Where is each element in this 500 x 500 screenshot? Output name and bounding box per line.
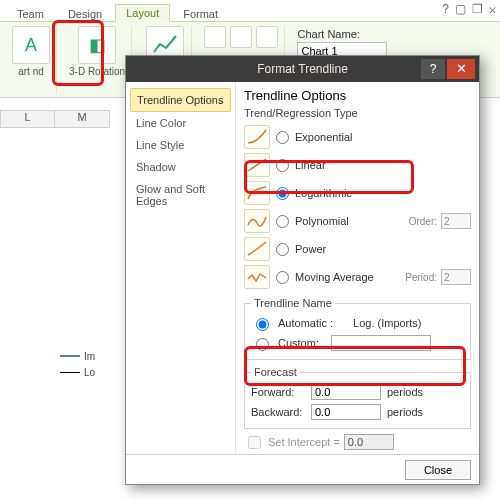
- forecast-legend: Forecast: [251, 366, 300, 378]
- close-icon[interactable]: ⨉: [489, 2, 496, 16]
- legend-item-2: Lo: [84, 367, 95, 378]
- forward-units: periods: [387, 386, 423, 398]
- restore-icon[interactable]: ❐: [472, 2, 483, 16]
- format-trendline-dialog: Format Trendline ? ✕ Trendline Options L…: [125, 55, 480, 485]
- opt-polynomial[interactable]: Polynomial Order:2: [244, 207, 471, 235]
- power-icon: [244, 237, 270, 261]
- wordart-label: art nd: [18, 66, 44, 77]
- dialog-help-button[interactable]: ?: [421, 59, 445, 79]
- error-bars-icon[interactable]: [256, 26, 278, 48]
- forward-input[interactable]: [311, 384, 381, 400]
- set-intercept-input: [344, 434, 394, 450]
- tab-design[interactable]: Design: [57, 5, 113, 22]
- opt-exponential[interactable]: Exponential: [244, 123, 471, 151]
- backward-label: Backward:: [251, 406, 305, 418]
- chart-legend: Im Lo: [60, 348, 95, 380]
- legend-item-1: Im: [84, 351, 95, 362]
- period-label: Period:: [405, 272, 437, 283]
- ribbon-group-rotation: ◧ 3-D Rotation: [63, 26, 132, 94]
- name-auto-value: Log. (Imports): [353, 317, 421, 329]
- chk-set-intercept: [248, 436, 261, 449]
- wordart-icon[interactable]: A: [12, 26, 50, 64]
- side-item-line-style[interactable]: Line Style: [130, 134, 231, 156]
- dialog-titlebar: Format Trendline ? ✕: [126, 56, 479, 82]
- opt-power[interactable]: Power: [244, 235, 471, 263]
- side-item-trendline-options[interactable]: Trendline Options: [130, 88, 231, 112]
- label-logarithmic: Logarithmic: [295, 187, 352, 199]
- name-custom-label: Custom:: [278, 337, 319, 349]
- moving-average-icon: [244, 265, 270, 289]
- regression-type-options: Exponential Linear Logarithmic Polynomia…: [244, 123, 471, 291]
- label-exponential: Exponential: [295, 131, 353, 143]
- close-button[interactable]: Close: [405, 460, 471, 480]
- exponential-icon: [244, 125, 270, 149]
- linear-icon: [244, 153, 270, 177]
- opt-linear[interactable]: Linear: [244, 151, 471, 179]
- dialog-panel: Trendline Options Trend/Regression Type …: [236, 82, 479, 454]
- ribbon-tabs: Team Design Layout Format: [0, 0, 500, 22]
- radio-exponential[interactable]: [276, 131, 289, 144]
- side-item-line-color[interactable]: Line Color: [130, 112, 231, 134]
- dialog-footer: Close: [126, 454, 479, 484]
- name-custom-input[interactable]: [331, 335, 431, 351]
- backward-input[interactable]: [311, 404, 381, 420]
- radio-moving-average[interactable]: [276, 271, 289, 284]
- backward-units: periods: [387, 406, 423, 418]
- spreadsheet-area: L M: [0, 110, 110, 128]
- forecast-group: Forecast Forward: periods Backward: peri…: [244, 366, 471, 429]
- order-spinner[interactable]: 2: [441, 213, 471, 229]
- label-linear: Linear: [295, 159, 326, 171]
- dialog-close-button[interactable]: ✕: [447, 59, 475, 79]
- dialog-side-menu: Trendline Options Line Color Line Style …: [126, 82, 236, 454]
- radio-name-auto[interactable]: [256, 318, 269, 331]
- radio-name-custom[interactable]: [256, 338, 269, 351]
- name-legend: Trendline Name: [251, 297, 335, 309]
- opt-logarithmic[interactable]: Logarithmic: [244, 179, 471, 207]
- polynomial-icon: [244, 209, 270, 233]
- radio-linear[interactable]: [276, 159, 289, 172]
- col-header-m[interactable]: M: [55, 110, 110, 128]
- ribbon-group-art: A art nd: [6, 26, 57, 94]
- rotation-3d-label: 3-D Rotation: [69, 66, 125, 77]
- lines-icon[interactable]: [204, 26, 226, 48]
- side-item-glow[interactable]: Glow and Soft Edges: [130, 178, 231, 212]
- col-header-l[interactable]: L: [0, 110, 55, 128]
- label-power: Power: [295, 243, 326, 255]
- set-intercept-label: Set Intercept =: [268, 436, 340, 448]
- tab-layout[interactable]: Layout: [115, 4, 170, 22]
- label-polynomial: Polynomial: [295, 215, 349, 227]
- side-item-shadow[interactable]: Shadow: [130, 156, 231, 178]
- chartname-label: Chart Name:: [297, 28, 387, 40]
- order-label: Order:: [409, 216, 437, 227]
- dialog-title: Format Trendline: [257, 62, 348, 76]
- minimize-icon[interactable]: ▢: [455, 2, 466, 16]
- updown-bars-icon[interactable]: [230, 26, 252, 48]
- type-subheader: Trend/Regression Type: [244, 107, 471, 119]
- opt-moving-average[interactable]: Moving Average Period:2: [244, 263, 471, 291]
- chk-display-equation[interactable]: [248, 454, 261, 455]
- help-icon[interactable]: ?: [442, 2, 449, 16]
- trendline-name-group: Trendline Name Automatic : Log. (Imports…: [244, 297, 471, 360]
- forward-label: Forward:: [251, 386, 305, 398]
- radio-logarithmic[interactable]: [276, 187, 289, 200]
- tab-format[interactable]: Format: [172, 5, 229, 22]
- quick-access-toolbar: ? ▢ ❐ ⨉: [442, 2, 496, 16]
- name-auto-label: Automatic :: [278, 317, 333, 329]
- logarithmic-icon: [244, 181, 270, 205]
- label-moving-average: Moving Average: [295, 271, 374, 283]
- radio-polynomial[interactable]: [276, 215, 289, 228]
- radio-power[interactable]: [276, 243, 289, 256]
- rotation-3d-icon[interactable]: ◧: [78, 26, 116, 64]
- panel-heading: Trendline Options: [244, 88, 471, 103]
- tab-team[interactable]: Team: [6, 5, 55, 22]
- period-spinner[interactable]: 2: [441, 269, 471, 285]
